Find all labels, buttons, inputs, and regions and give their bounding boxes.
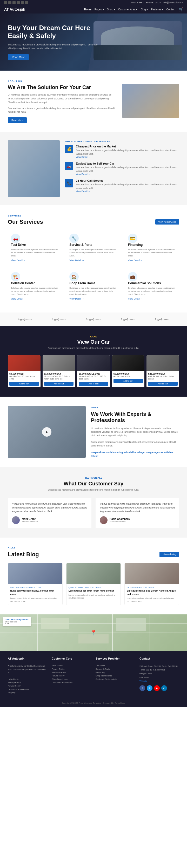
- footer-col2-title: Customer Core: [52, 657, 91, 662]
- hero-read-more-button[interactable]: Read More: [8, 54, 29, 60]
- services-section: SERVICES Our Services View All Services …: [0, 205, 187, 312]
- footer-col1-desc: A lecture ac pulvinar tincidunt accumsan…: [8, 664, 48, 674]
- nav-link-pages[interactable]: Pages ▾: [95, 8, 104, 11]
- footer-twitter-icon[interactable]: t: [147, 685, 152, 691]
- experts-link[interactable]: Suspendisse morbi mauris gravida lellus …: [91, 451, 173, 457]
- logo-5: logolpsum: [155, 318, 169, 321]
- footer-facebook-icon[interactable]: f: [139, 685, 145, 691]
- experts-title: We Work With Experts & Professionals: [91, 411, 179, 423]
- nav-link-contact[interactable]: Contact: [166, 8, 175, 11]
- view-all-services-button[interactable]: View All Services: [155, 219, 179, 224]
- view-all-blog-button[interactable]: View All Blog: [159, 552, 179, 557]
- social-icon-in[interactable]: [21, 1, 24, 4]
- car-btn-4[interactable]: Add to cart: [114, 379, 143, 383]
- footer-col3-link-3[interactable]: Financing: [96, 671, 135, 674]
- why-icon-3: 📞: [65, 179, 73, 187]
- footer-linkedin-icon[interactable]: in: [161, 685, 167, 691]
- why-item-3: 📞 24 Hour Call Service Suspendisse morbi…: [65, 179, 179, 193]
- car-card-1: $9,500.00/EB Audi A4 Street 1 door sedan…: [8, 355, 40, 387]
- service-name-5: Shop From Home: [69, 281, 117, 285]
- why-image: [8, 140, 60, 197]
- nav-link-customer[interactable]: Customer Area ▾: [118, 8, 137, 11]
- car-btn-1[interactable]: Add to cart: [9, 382, 39, 386]
- nav-logo[interactable]: AT Autospik: [4, 7, 25, 11]
- car-info-4: $9,200.00/EA4 Audi 4 door sedan Add to c…: [112, 371, 145, 384]
- footer-col2-link-6[interactable]: Customer Testimonials: [52, 681, 91, 684]
- service-detail-6[interactable]: View Detail →: [128, 298, 176, 300]
- car-name-5: Audi A4 4-door sedan 1 door sedan: [148, 375, 178, 380]
- service-card-6: 💼 Commercial Solutions Eulalique ut nec …: [125, 269, 179, 303]
- social-icon-fb[interactable]: [4, 1, 7, 4]
- car-btn-3[interactable]: Add to cart: [79, 382, 108, 386]
- services-header: Our Services View All Services: [8, 219, 179, 225]
- footer-col2-link-4[interactable]: Refund Policy: [52, 675, 91, 677]
- nav-link-shop[interactable]: Shop ▾: [107, 8, 115, 11]
- about-read-more-button[interactable]: Read More: [8, 117, 27, 123]
- service-card-1: 🚗 Test Drive Eulalique ut nec ante egest…: [8, 230, 62, 265]
- cars-desc: Suspendisse morbi mauris gravida lellus …: [8, 346, 179, 350]
- nav-link-blog[interactable]: Blog ▾: [141, 8, 148, 11]
- footer-col3-link-5[interactable]: Customer Testimonials: [96, 678, 135, 680]
- author-name-1: Mark Grant: [22, 518, 38, 521]
- nav-link-home[interactable]: Home: [84, 8, 91, 11]
- hero-content: Buy Your Dream Car Here Easily & Safely …: [8, 24, 99, 60]
- footer-col3-link-1[interactable]: Test Drive: [96, 664, 135, 667]
- service-detail-3[interactable]: View Detail →: [128, 259, 176, 261]
- service-detail-1[interactable]: View Detail →: [11, 259, 59, 261]
- footer-col2-link-3[interactable]: Service & Parts: [52, 671, 91, 674]
- car-btn-5[interactable]: Add to cart: [148, 382, 178, 386]
- service-detail-5[interactable]: View Detail →: [69, 298, 117, 300]
- why-icon-1: 💰: [65, 145, 73, 153]
- footer-col3-link-2[interactable]: Service & Parts: [96, 668, 135, 670]
- footer-col2-link-2[interactable]: Privacy Policy: [52, 668, 91, 670]
- cart-icon[interactable]: 🛒: [179, 7, 183, 11]
- service-name-6: Commercial Solutions: [128, 281, 176, 285]
- car-btn-2[interactable]: Add to cart: [44, 382, 74, 386]
- social-icon-gp[interactable]: [12, 1, 15, 4]
- why-item-1: 💰 Cheapest Price on the Market Suspendis…: [65, 145, 179, 158]
- service-card-4: 🏗️ Collision Center Eulalique ut nec ant…: [8, 269, 62, 303]
- testimonial-author-1: Mark Grant Nihonm Interdum: [12, 516, 87, 524]
- blog-post-title-2[interactable]: Lorem tellus lor amet lorem nunc condur: [69, 589, 119, 593]
- footer-col2-link-5[interactable]: Shop From Home: [52, 678, 91, 680]
- footer-col1-link-3[interactable]: Refund Policy: [8, 685, 48, 687]
- footer-col1-link-1[interactable]: Hello Center: [8, 678, 48, 680]
- car-price-4: $9,200.00/EA4: [114, 372, 143, 375]
- nav-link-features[interactable]: Features ▾: [151, 8, 163, 11]
- why-item-2-title: Easiest Way to Sell Your Car: [76, 162, 179, 165]
- author-role-2: Nihonm Interdum: [110, 521, 130, 523]
- service-detail-4[interactable]: View Detail →: [11, 298, 59, 300]
- footer-youtube-icon[interactable]: ▶: [154, 685, 160, 691]
- footer-col1-link-5[interactable]: Registry: [8, 691, 48, 694]
- footer-col3-title: Services Provider: [96, 657, 135, 662]
- service-detail-2[interactable]: View Detail →: [69, 259, 117, 261]
- play-button[interactable]: ▶: [42, 427, 52, 437]
- blog-header: Latest Blog View All Blog: [8, 551, 179, 558]
- service-desc-4: Eulalique ut nec ante egestas massa cond…: [11, 286, 59, 296]
- footer-col1-link-2[interactable]: Privacy Policy: [8, 681, 48, 684]
- footer-website[interactable]: Website: [139, 679, 179, 683]
- service-card-3: 💳 Financing Eulalique ut nec ante egesta…: [125, 230, 179, 265]
- car-card-4: $9,200.00/EA4 Audi 4 door sedan Add to c…: [112, 355, 145, 387]
- why-item-3-detail[interactable]: View Detail →: [76, 190, 179, 193]
- car-name-3: Mercedes-Benz CLE 2019 2-door hatch: [79, 375, 108, 380]
- navbar: AT Autospik Home Pages ▾ Shop ▾ Customer…: [0, 5, 187, 13]
- why-item-3-title: 24 Hour Call Service: [76, 179, 179, 182]
- footer-col2-link-1[interactable]: Hello Center: [52, 664, 91, 667]
- why-item-1-detail[interactable]: View Detail →: [76, 156, 179, 158]
- blog-card-1: Nunc sed vitae lorem 2021, 5 Sed Nunc se…: [8, 563, 63, 605]
- blog-date-2: Quam 16, Lorem tellur 2021, 5 Sed: [69, 586, 119, 588]
- footer-col3-link-4[interactable]: Shop From Home: [96, 675, 135, 677]
- footer-col1-link-4[interactable]: Customer Testimonials: [8, 688, 48, 690]
- experts-content: WORK We Work With Experts & Professional…: [91, 406, 179, 458]
- hero-title: Buy Your Dream Car Here Easily & Safely: [8, 24, 99, 40]
- social-icon-tw[interactable]: [8, 1, 11, 4]
- social-icon-yt[interactable]: [17, 1, 20, 4]
- service-icon-4: 🏗️: [11, 272, 20, 281]
- why-item-2-detail[interactable]: View Detail →: [76, 173, 179, 176]
- social-icon-pi[interactable]: [25, 1, 28, 4]
- blog-post-title-1[interactable]: Nunc sed vitae lorem 2021 condur amet nu…: [10, 589, 60, 596]
- top-bar-left: [4, 1, 28, 4]
- blog-post-title-3[interactable]: Sit et Ellse tellus Sed Lorem Nanceid Au…: [127, 589, 177, 596]
- car-image-1: [8, 355, 40, 371]
